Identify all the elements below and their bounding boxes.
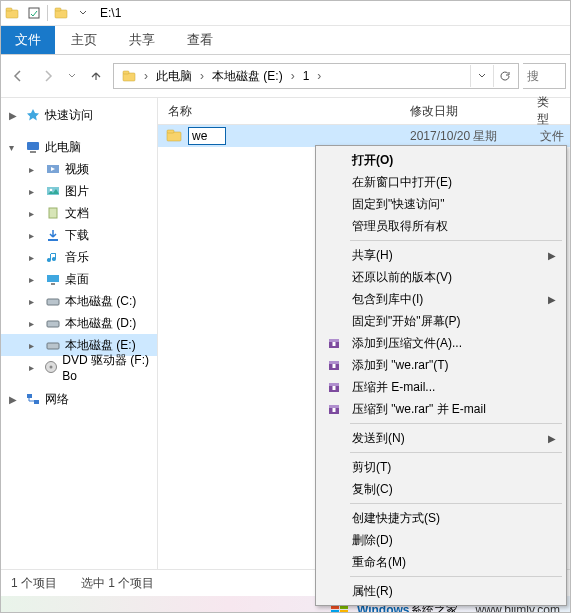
qat-separator: [47, 5, 48, 21]
crumb-this-pc[interactable]: 此电脑: [150, 66, 198, 87]
refresh-icon[interactable]: [493, 65, 516, 87]
ctx-item[interactable]: 创建快捷方式(S): [318, 507, 564, 529]
svg-rect-30: [329, 339, 339, 342]
qat-properties-icon[interactable]: [23, 7, 45, 19]
ctx-item[interactable]: 共享(H)▶: [318, 244, 564, 266]
column-date[interactable]: 修改日期: [400, 103, 526, 120]
context-menu: 打开(O)在新窗口中打开(E)固定到"快速访问"管理员取得所有权共享(H)▶还原…: [315, 145, 567, 606]
nav-back-button[interactable]: [5, 63, 31, 89]
nav-tree: ▶ 快速访问 ▾ 此电脑 ▸ 视频 ▸ 图片 ▸: [1, 98, 158, 569]
chevron-right-icon[interactable]: ›: [291, 69, 295, 83]
nav-forward-button[interactable]: [35, 63, 61, 89]
svg-rect-33: [329, 361, 339, 364]
svg-rect-16: [47, 299, 59, 305]
pictures-icon: [45, 183, 61, 199]
svg-rect-40: [333, 408, 336, 412]
nav-up-button[interactable]: [83, 63, 109, 89]
documents-icon: [45, 205, 61, 221]
chevron-right-icon[interactable]: ▸: [29, 186, 41, 197]
status-selection: 选中 1 个项目: [81, 575, 154, 592]
tree-network[interactable]: ▶ 网络: [1, 388, 157, 410]
ctx-item[interactable]: 重命名(M): [318, 551, 564, 573]
archive-icon: [326, 401, 342, 417]
ctx-item[interactable]: 删除(D): [318, 529, 564, 551]
svg-rect-13: [48, 239, 58, 241]
chevron-right-icon[interactable]: ▸: [29, 230, 41, 241]
column-name[interactable]: 名称: [158, 103, 400, 120]
file-row[interactable]: we 2017/10/20 星期 文件: [158, 125, 570, 147]
folder-icon: [166, 128, 182, 144]
chevron-right-icon[interactable]: ▶: [9, 110, 21, 121]
chevron-right-icon[interactable]: ▶: [9, 394, 21, 405]
chevron-down-icon[interactable]: ▾: [9, 142, 21, 153]
svg-rect-21: [27, 394, 32, 398]
chevron-right-icon[interactable]: ▸: [29, 318, 41, 329]
archive-icon: [326, 335, 342, 351]
ctx-item[interactable]: 包含到库中(I)▶: [318, 288, 564, 310]
address-dropdown-icon[interactable]: [470, 65, 493, 87]
chevron-right-icon[interactable]: ▸: [29, 164, 41, 175]
crumb-folder-1[interactable]: 1: [297, 67, 316, 85]
svg-rect-24: [167, 130, 174, 133]
chevron-right-icon[interactable]: ▸: [29, 340, 41, 351]
chevron-right-icon[interactable]: ▸: [29, 208, 41, 219]
tree-documents[interactable]: ▸ 文档: [1, 202, 157, 224]
tree-music[interactable]: ▸ 音乐: [1, 246, 157, 268]
chevron-right-icon[interactable]: ▸: [29, 362, 40, 373]
address-bar[interactable]: › 此电脑 › 本地磁盘 (E:) › 1 ›: [113, 63, 519, 89]
ctx-item[interactable]: 在新窗口中打开(E): [318, 171, 564, 193]
tree-quick-access[interactable]: ▶ 快速访问: [1, 104, 157, 126]
tab-file[interactable]: 文件: [1, 26, 55, 54]
ctx-item[interactable]: 属性(R): [318, 580, 564, 602]
ctx-item[interactable]: 添加到 "we.rar"(T): [318, 354, 564, 376]
tree-downloads[interactable]: ▸ 下载: [1, 224, 157, 246]
tab-share[interactable]: 共享: [113, 26, 171, 54]
ctx-item[interactable]: 剪切(T): [318, 456, 564, 478]
tree-drive-d[interactable]: ▸ 本地磁盘 (D:): [1, 312, 157, 334]
ctx-item[interactable]: 还原以前的版本(V): [318, 266, 564, 288]
file-rename-input[interactable]: we: [188, 127, 226, 145]
chevron-right-icon[interactable]: ▸: [29, 252, 41, 263]
tree-videos[interactable]: ▸ 视频: [1, 158, 157, 180]
nav-history-dropdown[interactable]: [65, 63, 79, 89]
ctx-item[interactable]: 压缩并 E-mail...: [318, 376, 564, 398]
chevron-right-icon[interactable]: ›: [144, 69, 148, 83]
chevron-right-icon[interactable]: ▸: [29, 296, 41, 307]
ctx-item[interactable]: 压缩到 "we.rar" 并 E-mail: [318, 398, 564, 420]
svg-rect-8: [30, 151, 36, 153]
tree-this-pc[interactable]: ▾ 此电脑: [1, 136, 157, 158]
archive-icon: [326, 379, 342, 395]
qat-dropdown-icon[interactable]: [72, 9, 94, 17]
video-icon: [45, 161, 61, 177]
tab-home[interactable]: 主页: [55, 26, 113, 54]
tree-label: 文档: [65, 205, 89, 222]
tab-view[interactable]: 查看: [171, 26, 229, 54]
network-icon: [25, 391, 41, 407]
tree-desktop[interactable]: ▸ 桌面: [1, 268, 157, 290]
ctx-item[interactable]: 固定到"快速访问": [318, 193, 564, 215]
address-actions: [470, 65, 516, 87]
svg-rect-23: [167, 132, 181, 141]
monitor-icon: [25, 139, 41, 155]
chevron-right-icon[interactable]: ▸: [29, 274, 41, 285]
tree-dvd-drive[interactable]: ▸ DVD 驱动器 (F:) Bo: [1, 356, 157, 378]
chevron-right-icon[interactable]: ›: [200, 69, 204, 83]
ctx-item[interactable]: 复制(C): [318, 478, 564, 500]
ctx-item[interactable]: 固定到"开始"屏幕(P): [318, 310, 564, 332]
titlebar: E:\1: [1, 1, 570, 26]
svg-rect-31: [333, 342, 336, 346]
tree-label: 快速访问: [45, 107, 93, 124]
ctx-item[interactable]: 添加到压缩文件(A)...: [318, 332, 564, 354]
folder-title-icon: [50, 6, 72, 20]
column-type[interactable]: 类型: [527, 94, 570, 128]
tree-drive-c[interactable]: ▸ 本地磁盘 (C:): [1, 290, 157, 312]
search-input[interactable]: 搜: [523, 63, 566, 89]
crumb-drive-e[interactable]: 本地磁盘 (E:): [206, 66, 289, 87]
ctx-item[interactable]: 管理员取得所有权: [318, 215, 564, 237]
tree-pictures[interactable]: ▸ 图片: [1, 180, 157, 202]
chevron-right-icon[interactable]: ›: [317, 69, 321, 83]
tree-label: 下载: [65, 227, 89, 244]
ctx-item[interactable]: 发送到(N)▶: [318, 427, 564, 449]
desktop-icon: [45, 271, 61, 287]
ctx-item[interactable]: 打开(O): [318, 149, 564, 171]
